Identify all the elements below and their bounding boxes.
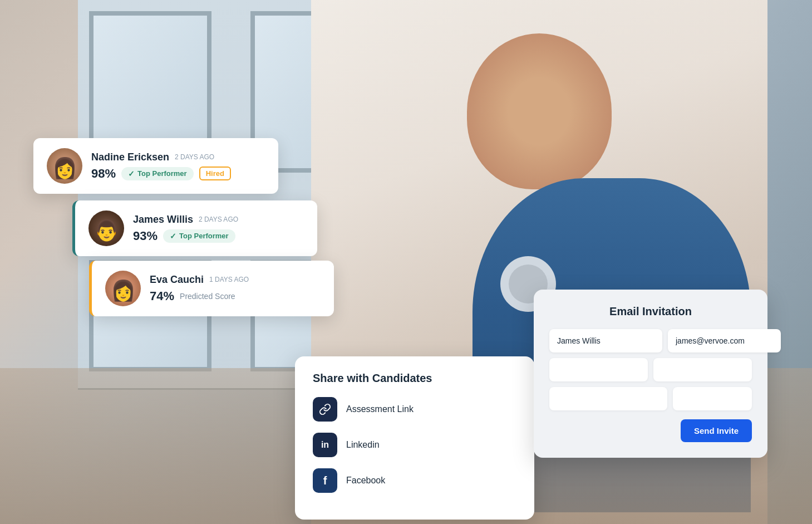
avatar-emoji-james: 👨 bbox=[94, 219, 119, 242]
candidate-card-james: 👨 James Willis 2 DAYS AGO 93% ✓ Top Perf… bbox=[72, 200, 317, 256]
name-row-nadine: Nadine Ericksen 2 DAYS AGO bbox=[91, 151, 265, 163]
linkedin-icon: in bbox=[313, 433, 337, 457]
score-row-james: 93% ✓ Top Performer bbox=[133, 229, 304, 243]
card-info-james: James Willis 2 DAYS AGO 93% ✓ Top Perfor… bbox=[133, 214, 304, 243]
share-label-link: Assessment Link bbox=[346, 404, 414, 414]
name-input[interactable] bbox=[549, 329, 662, 352]
avatar-eva: 👩 bbox=[105, 271, 141, 306]
send-invite-button[interactable]: Send Invite bbox=[681, 419, 752, 442]
candidate-card-eva: 👩 Eva Cauchi 1 DAYS AGO 74% Predicted Sc… bbox=[89, 261, 334, 316]
check-icon-nadine: ✓ bbox=[128, 169, 135, 178]
send-invite-row: Send Invite bbox=[549, 419, 752, 442]
blank-field-1 bbox=[549, 358, 648, 381]
card-info-nadine: Nadine Ericksen 2 DAYS AGO 98% ✓ Top Per… bbox=[91, 151, 265, 181]
score-nadine: 98% bbox=[91, 166, 116, 181]
share-popup-title: Share with Candidates bbox=[313, 372, 516, 385]
badge-top-performer-nadine: ✓ Top Performer bbox=[121, 167, 194, 180]
share-item-facebook[interactable]: f Facebook bbox=[313, 468, 516, 493]
person-head bbox=[467, 33, 612, 189]
badge-hired-nadine: Hired bbox=[199, 166, 231, 180]
blank-field-2 bbox=[653, 358, 752, 381]
badge-label-james: Top Performer bbox=[179, 232, 229, 240]
candidate-name-eva: Eva Cauchi bbox=[150, 274, 204, 286]
share-item-linkedin[interactable]: in Linkedin bbox=[313, 433, 516, 457]
email-input[interactable] bbox=[668, 329, 781, 352]
score-james: 93% bbox=[133, 229, 158, 243]
email-popup-title: Email Invitation bbox=[549, 305, 752, 318]
badge-top-performer-james: ✓ Top Performer bbox=[163, 229, 235, 243]
blank-field-4 bbox=[673, 387, 752, 410]
candidate-card-nadine: 👩 Nadine Ericksen 2 DAYS AGO 98% ✓ Top P… bbox=[33, 138, 278, 194]
blank-field-3 bbox=[549, 387, 667, 410]
score-row-nadine: 98% ✓ Top Performer Hired bbox=[91, 166, 265, 181]
candidate-name-james: James Willis bbox=[133, 214, 193, 226]
email-input-row-1 bbox=[549, 329, 752, 352]
email-invitation-popup: Email Invitation Send Invite bbox=[534, 290, 767, 458]
badge-predicted-eva: Predicted Score bbox=[180, 292, 235, 301]
avatar-nadine: 👩 bbox=[47, 148, 82, 184]
share-item-link[interactable]: Assessment Link bbox=[313, 397, 516, 422]
share-popup: Share with Candidates Assessment Link in… bbox=[295, 356, 534, 520]
email-blank-row-2 bbox=[549, 387, 752, 410]
badge-label-nadine: Top Performer bbox=[137, 169, 187, 178]
check-icon-james: ✓ bbox=[170, 232, 176, 241]
candidate-name-nadine: Nadine Ericksen bbox=[91, 151, 169, 163]
share-label-linkedin: Linkedin bbox=[346, 440, 380, 450]
facebook-icon: f bbox=[313, 468, 337, 493]
share-label-facebook: Facebook bbox=[346, 476, 385, 486]
avatar-emoji-nadine: 👩 bbox=[52, 156, 77, 180]
score-row-eva: 74% Predicted Score bbox=[150, 289, 321, 303]
avatar-emoji-eva: 👩 bbox=[111, 279, 136, 302]
avatar-james: 👨 bbox=[88, 210, 124, 246]
time-ago-eva: 1 DAYS AGO bbox=[209, 276, 249, 283]
score-eva: 74% bbox=[150, 289, 174, 303]
email-blank-row-1 bbox=[549, 358, 752, 381]
name-row-eva: Eva Cauchi 1 DAYS AGO bbox=[150, 274, 321, 286]
time-ago-nadine: 2 DAYS AGO bbox=[175, 153, 214, 161]
name-row-james: James Willis 2 DAYS AGO bbox=[133, 214, 304, 226]
link-icon bbox=[313, 397, 337, 422]
time-ago-james: 2 DAYS AGO bbox=[199, 216, 238, 223]
card-info-eva: Eva Cauchi 1 DAYS AGO 74% Predicted Scor… bbox=[150, 274, 321, 303]
